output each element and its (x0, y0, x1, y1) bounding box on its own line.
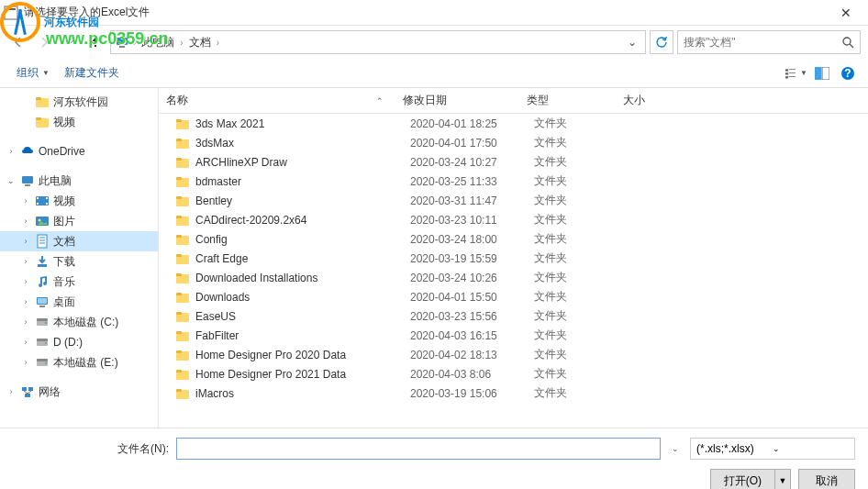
expand-icon[interactable]: › (20, 217, 31, 226)
tree-label: 音乐 (53, 274, 75, 290)
file-list[interactable]: 3ds Max 20212020-04-01 18:25文件夹3dsMax202… (159, 114, 868, 428)
cancel-button[interactable]: 取消 (798, 469, 855, 489)
close-button[interactable]: ✕ (828, 0, 864, 26)
preview-button[interactable] (811, 62, 833, 84)
file-date: 2020-03-31 11:47 (410, 194, 534, 207)
file-row[interactable]: Home Designer Pro 2021 Data2020-04-03 8:… (159, 364, 868, 383)
file-type: 文件夹 (534, 135, 630, 150)
svg-rect-36 (39, 306, 45, 307)
tree-item[interactable]: ›文档 (0, 231, 158, 251)
tree-item[interactable]: ›视频 (0, 191, 158, 211)
folder-icon (175, 232, 190, 247)
file-row[interactable]: ARCHlineXP Draw2020-03-24 10:27文件夹 (159, 152, 868, 172)
expand-icon[interactable]: › (20, 358, 31, 367)
tree-item[interactable]: ›D (D:) (0, 332, 158, 352)
svg-rect-64 (176, 235, 182, 238)
view-button[interactable]: ▼ (785, 62, 807, 84)
file-row[interactable]: bdmaster2020-03-25 11:33文件夹 (159, 172, 868, 191)
file-row[interactable]: Downloads2020-04-01 15:50文件夹 (159, 287, 868, 306)
tree-item[interactable]: ›OneDrive (0, 141, 158, 161)
filename-label: 文件名(N): (13, 441, 169, 457)
breadcrumb-dropdown[interactable]: ⌄ (623, 36, 641, 49)
svg-rect-25 (46, 197, 48, 199)
tree-item[interactable]: ⌄此电脑 (0, 171, 158, 191)
file-row[interactable]: 3ds Max 20212020-04-01 18:25文件夹 (159, 114, 868, 133)
expand-icon[interactable]: › (20, 257, 31, 266)
expand-icon[interactable]: › (20, 237, 31, 246)
tree-item[interactable]: ›本地磁盘 (E:) (0, 352, 158, 372)
expand-icon[interactable]: › (20, 338, 31, 347)
file-row[interactable]: CADdirect-20209.2x642020-03-23 10:11文件夹 (159, 210, 868, 229)
content-area: 河东软件园视频›OneDrive⌄此电脑›视频›图片›文档›下载›音乐›桌面›本… (0, 88, 868, 428)
open-dropdown[interactable]: ▼ (775, 476, 790, 485)
tree-label: 文档 (53, 234, 75, 250)
svg-rect-80 (176, 389, 182, 392)
file-name: Downloads (195, 291, 410, 304)
file-type: 文件夹 (534, 366, 630, 382)
expand-icon[interactable]: › (6, 147, 17, 156)
file-row[interactable]: 3dsMax2020-04-01 17:50文件夹 (159, 133, 868, 152)
filename-input[interactable] (176, 438, 661, 460)
search-input[interactable] (684, 36, 842, 49)
file-row[interactable]: Craft Edge2020-03-19 15:59文件夹 (159, 249, 868, 268)
expand-icon[interactable]: › (20, 277, 31, 286)
help-button[interactable]: ? (837, 62, 859, 84)
expand-icon[interactable]: › (20, 297, 31, 306)
file-type: 文件夹 (534, 173, 630, 189)
expand-icon[interactable]: › (6, 387, 17, 396)
file-date: 2020-03-23 15:56 (410, 310, 534, 323)
filetype-filter[interactable]: (*.xls;*.xlsx) ⌄ (690, 438, 855, 460)
svg-text:?: ? (844, 67, 851, 80)
file-row[interactable]: FabFilter2020-04-03 16:15文件夹 (159, 326, 868, 345)
file-row[interactable]: Bentley2020-03-31 11:47文件夹 (159, 191, 868, 210)
expand-icon[interactable]: › (20, 317, 31, 327)
breadcrumb[interactable]: › 此电脑 › 文档 › ⌄ (110, 30, 646, 54)
svg-rect-46 (22, 387, 27, 391)
file-type: 文件夹 (534, 116, 630, 131)
tree-item[interactable]: ›下载 (0, 251, 158, 272)
file-date: 2020-03-19 15:59 (410, 252, 534, 265)
svg-rect-38 (37, 318, 48, 321)
svg-rect-26 (46, 203, 48, 205)
folder-icon (175, 213, 190, 228)
tree-item[interactable]: ›本地磁盘 (C:) (0, 312, 158, 332)
breadcrumb-docs[interactable]: 文档 (184, 35, 217, 50)
svg-rect-47 (28, 387, 33, 391)
file-row[interactable]: EaseUS2020-03-23 15:56文件夹 (159, 306, 868, 326)
svg-rect-20 (22, 176, 33, 183)
file-row[interactable]: Config2020-03-24 18:00文件夹 (159, 229, 868, 249)
filter-text: (*.xls;*.xlsx) (696, 442, 773, 455)
tree-item[interactable]: 视频 (0, 112, 158, 132)
header-type[interactable]: 类型 (519, 88, 616, 113)
tree-item[interactable]: ›桌面 (0, 292, 158, 312)
file-date: 2020-04-03 8:06 (410, 368, 534, 381)
refresh-button[interactable] (650, 30, 673, 54)
tree-item[interactable]: 河东软件园 (0, 92, 158, 112)
new-folder-button[interactable]: 新建文件夹 (57, 61, 127, 84)
tree-item[interactable]: ›音乐 (0, 272, 158, 292)
back-button[interactable] (7, 31, 29, 53)
file-row[interactable]: Downloaded Installations2020-03-24 10:26… (159, 268, 868, 287)
header-date[interactable]: 修改日期 (395, 88, 519, 113)
file-row[interactable]: iMacros2020-03-19 15:06文件夹 (159, 383, 868, 403)
header-name[interactable]: 名称⌃ (159, 88, 395, 113)
header-size[interactable]: 大小 (616, 88, 689, 113)
tree-item[interactable]: ›网络 (0, 382, 158, 402)
file-name: 3dsMax (195, 137, 410, 150)
svg-rect-6 (785, 69, 788, 71)
svg-point-28 (39, 219, 41, 222)
file-type: 文件夹 (534, 289, 630, 305)
tree-item[interactable]: ›图片 (0, 211, 158, 231)
pictures-icon (35, 214, 50, 228)
chevron-right-icon[interactable]: › (217, 38, 219, 48)
titlebar: 请选择要导入的Excel文件 ✕ (0, 0, 868, 26)
expand-icon[interactable]: › (20, 196, 31, 206)
search-box[interactable] (677, 30, 861, 54)
file-row[interactable]: Home Designer Pro 2020 Data2020-04-02 18… (159, 345, 868, 364)
expand-icon[interactable]: ⌄ (6, 176, 17, 185)
search-icon[interactable] (842, 37, 854, 49)
tree-label: 下载 (53, 254, 75, 270)
filename-dropdown[interactable]: ⌄ (668, 444, 683, 453)
organize-button[interactable]: 组织▼ (9, 61, 57, 84)
open-button[interactable]: 打开(O) ▼ (710, 469, 791, 489)
